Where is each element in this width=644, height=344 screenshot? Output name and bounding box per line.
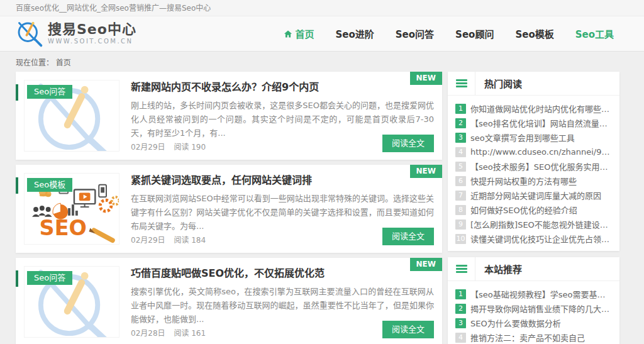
logo-text: 搜易Seo中心 WWW.SOIT.COM.CN: [48, 22, 136, 45]
article-read-count: 阅读 184: [174, 236, 206, 245]
hot-read-link: 【seo技术服务】SEO优化服务实用的三个小...: [470, 160, 612, 172]
card-ribbon: [16, 270, 18, 287]
topbar: 百度seo优化__网站优化_全网seo营销推广—搜易Seo中心: [0, 0, 644, 16]
read-more-button[interactable]: 阅读全文: [382, 135, 434, 152]
article-read-count: 阅读 161: [174, 329, 206, 338]
read-more-button[interactable]: 阅读全文: [382, 228, 434, 245]
recommend-item[interactable]: 1 【seo基础视频教程】学seo需要基础吗: [455, 287, 612, 301]
hot-read-item[interactable]: 4 http://www.cduseo.cn/zhannei/902.html.…: [455, 145, 612, 159]
rank-badge: 1: [455, 289, 466, 299]
site-recommend-title: 本站推荐: [475, 262, 522, 275]
article-body: 巧借百度贴吧做SEO优化，不仅拓展优化范 搜索引擎优化，英文简称seo，在搜索引…: [119, 266, 434, 338]
recommend-link: 揭开导致你网站销售业绩下降的几大原因: [470, 302, 612, 314]
rank-badge: 4: [455, 147, 466, 157]
breadcrumb-home-link[interactable]: 首页: [56, 58, 71, 67]
hot-read-item[interactable]: 1 你知道做网站优化时站内优化有哪些技巧么: [455, 101, 612, 116]
site-recommend-header: 本站推荐: [448, 257, 619, 281]
article-meta: 02月29日 阅读 190: [131, 141, 206, 152]
hot-read-item[interactable]: 10 读懂关键词优化技巧让企业优先占领商机: [455, 231, 612, 246]
article-body: 新建网站内页不收录怎么办？介绍9个内页 刚上线的站，多长时间内页会被收录，这是很…: [119, 80, 434, 152]
article-date: 02月29日: [131, 236, 165, 245]
hot-read-item[interactable]: 7 近期部分网站关键词库量大减的原因: [455, 188, 612, 203]
site-logo[interactable]: 搜易Seo中心 WWW.SOIT.COM.CN: [16, 20, 136, 48]
rank-badge: 3: [455, 133, 466, 143]
nav-seo-tools[interactable]: Seo工具: [575, 27, 614, 40]
card-ribbon: [16, 84, 18, 101]
rank-badge: 7: [455, 191, 466, 201]
hot-read-link: 你知道做网站优化时站内优化有哪些技巧么: [470, 103, 612, 114]
hot-read-link: 【seo排名优化培训】网站自然流量有什么价...: [470, 117, 612, 129]
article-date: 02月29日: [131, 143, 165, 152]
nav-seo-qa[interactable]: Seo问答: [396, 27, 434, 40]
main-nav: 首页 Seo进阶 Seo问答 Seo顾问 Seo模板 Seo工具: [284, 27, 614, 40]
nav-seo-advanced[interactable]: Seo进阶: [336, 27, 374, 40]
hot-reads-title: 热门阅读: [475, 77, 522, 90]
rank-badge: 2: [455, 118, 466, 128]
rank-badge: 10: [455, 234, 466, 244]
hot-read-link: 读懂关键词优化技巧让企业优先占领商机: [470, 233, 612, 245]
rank-badge: 3: [455, 318, 466, 328]
article-title[interactable]: 巧借百度贴吧做SEO优化，不仅拓展优化范: [131, 267, 434, 280]
article-title[interactable]: 紧抓关键词选取要点，任何网站关键词排: [131, 174, 434, 187]
sidebar: 热门阅读 1 你知道做网站优化时站内优化有哪些技巧么 2 【seo排名优化培训】…: [448, 72, 619, 344]
article-thumbnail[interactable]: SEO Seo模板: [24, 173, 119, 245]
rank-badge: 1: [455, 104, 466, 114]
hot-read-link: 近期部分网站关键词库量大减的原因: [470, 189, 612, 201]
article-date: 02月28日: [131, 329, 165, 338]
recommend-link: 推销方法二：卖产品不如卖自己: [470, 331, 612, 343]
article-meta: 02月28日 阅读 161: [131, 327, 206, 338]
article-card: NEW Seo问答 新建网站内页不收录怎么办？介绍9个内页 刚上线的站，多长时间…: [16, 72, 442, 160]
article-thumbnail[interactable]: Seo问答: [24, 80, 119, 152]
hot-read-link: 快提升网站权重的方法有哪些: [470, 175, 612, 187]
article-card: NEW: [16, 165, 442, 253]
site-name: 搜易Seo中心: [48, 22, 136, 37]
list-menu-icon: [448, 72, 475, 95]
hot-read-item[interactable]: 9 [怎么刷指数]SEO不能忽视外链建设，更要注...: [455, 217, 612, 231]
recommend-link: SEO为什么要做数据分析: [470, 317, 612, 329]
article-thumbnail[interactable]: Seo问答: [24, 266, 119, 338]
article-title[interactable]: 新建网站内页不收录怎么办？介绍9个内页: [131, 80, 434, 94]
recommend-item[interactable]: 2 揭开导致你网站销售业绩下降的几大原因: [455, 301, 612, 316]
hot-read-link: http://www.cduseo.cn/zhannei/902.html...: [470, 147, 612, 157]
category-badge[interactable]: Seo问答: [27, 85, 72, 99]
site-recommend-list: 1 【seo基础视频教程】学seo需要基础吗 2 揭开导致你网站销售业绩下降的几…: [448, 281, 619, 344]
article-list: NEW Seo问答 新建网站内页不收录怎么办？介绍9个内页 刚上线的站，多长时间…: [16, 72, 442, 344]
article-read-count: 阅读 190: [174, 143, 206, 152]
hot-read-item[interactable]: 6 快提升网站权重的方法有哪些: [455, 174, 612, 188]
hot-read-link: seo文章撰写会用到哪些工具: [470, 131, 612, 143]
rank-badge: 2: [455, 304, 466, 314]
category-badge[interactable]: Seo问答: [27, 271, 72, 285]
read-more-button[interactable]: 阅读全文: [382, 321, 434, 338]
recommend-item[interactable]: 3 SEO为什么要做数据分析: [455, 316, 612, 330]
hot-read-link: 如何做好SEO优化的经验介绍: [470, 204, 612, 216]
nav-seo-template[interactable]: Seo模板: [515, 27, 553, 40]
rank-badge: 6: [455, 176, 466, 186]
recommend-item[interactable]: 4 推销方法二：卖产品不如卖自己: [455, 330, 612, 344]
nav-home-label: 首页: [296, 27, 314, 40]
article-meta: 02月29日 阅读 184: [131, 234, 206, 245]
rank-badge: 9: [455, 219, 466, 230]
site-header: 搜易Seo中心 WWW.SOIT.COM.CN 首页 Seo进阶 Seo问答 S…: [0, 16, 644, 52]
list-menu-icon: [448, 257, 475, 280]
hot-read-item[interactable]: 2 【seo排名优化培训】网站自然流量有什么价...: [455, 116, 612, 130]
logo-magnifier-icon: [16, 20, 43, 48]
nav-seo-consultant[interactable]: Seo顾问: [455, 27, 494, 40]
category-badge[interactable]: Seo模板: [27, 178, 72, 192]
hot-read-item[interactable]: 8 如何做好SEO优化的经验介绍: [455, 203, 612, 217]
breadcrumb-label: 现在位置：: [16, 58, 53, 67]
hot-read-link: [怎么刷指数]SEO不能忽视外链建设，更要注...: [470, 218, 612, 230]
nav-home[interactable]: 首页: [284, 27, 314, 40]
hot-reads-list: 1 你知道做网站优化时站内优化有哪些技巧么 2 【seo排名优化培训】网站自然流…: [448, 96, 619, 251]
topbar-title: 百度seo优化__网站优化_全网seo营销推广—搜易Seo中心: [16, 4, 211, 13]
hot-read-item[interactable]: 3 seo文章撰写会用到哪些工具: [455, 130, 612, 145]
site-recommend-widget: 本站推荐 1 【seo基础视频教程】学seo需要基础吗 2 揭开导致你网站销售业…: [448, 257, 619, 344]
site-url: WWW.SOIT.COM.CN: [48, 37, 136, 45]
rank-badge: 4: [455, 333, 466, 343]
article-body: 紧抓关键词选取要点，任何网站关键词排 在互联网浏览网站SEO中经常可以看到一些网…: [119, 173, 434, 245]
hot-reads-widget: 热门阅读 1 你知道做网站优化时站内优化有哪些技巧么 2 【seo排名优化培训】…: [448, 72, 619, 251]
card-ribbon: [16, 177, 18, 194]
hot-read-item[interactable]: 5 【seo技术服务】SEO优化服务实用的三个小...: [455, 159, 612, 174]
breadcrumb: 现在位置： 首页: [16, 57, 644, 67]
rank-badge: 5: [455, 162, 466, 172]
rank-badge: 8: [455, 205, 466, 215]
